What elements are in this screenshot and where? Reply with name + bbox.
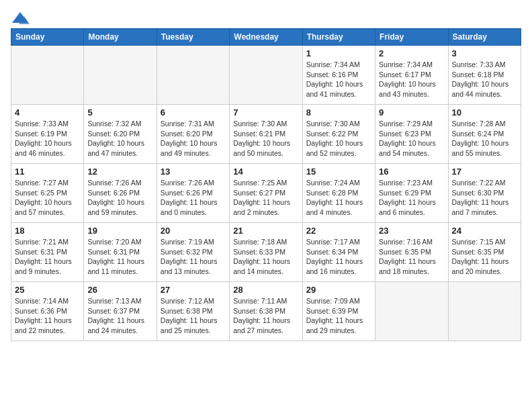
day-number: 24 [452,226,517,236]
day-cell: 11Sunrise: 7:27 AMSunset: 6:25 PMDayligh… [11,164,84,223]
day-cell: 19Sunrise: 7:20 AMSunset: 6:31 PMDayligh… [84,223,157,282]
day-cell: 18Sunrise: 7:21 AMSunset: 6:31 PMDayligh… [11,223,84,282]
day-info: Sunrise: 7:26 AMSunset: 6:26 PMDaylight:… [161,178,226,218]
day-info: Sunrise: 7:24 AMSunset: 6:28 PMDaylight:… [306,178,371,218]
day-cell [375,282,448,341]
day-info: Sunrise: 7:18 AMSunset: 6:33 PMDaylight:… [233,237,298,277]
day-number: 17 [452,167,517,177]
day-cell: 27Sunrise: 7:12 AMSunset: 6:38 PMDayligh… [157,282,229,341]
day-info: Sunrise: 7:22 AMSunset: 6:30 PMDaylight:… [452,178,517,218]
day-info: Sunrise: 7:12 AMSunset: 6:38 PMDaylight:… [161,296,226,336]
day-cell [157,46,229,105]
day-cell: 2Sunrise: 7:34 AMSunset: 6:17 PMDaylight… [375,46,448,105]
day-info: Sunrise: 7:30 AMSunset: 6:22 PMDaylight:… [306,119,371,158]
week-row-1: 1Sunrise: 7:34 AMSunset: 6:16 PMDaylight… [11,46,521,105]
column-header-monday: Monday [84,29,157,46]
day-cell: 5Sunrise: 7:32 AMSunset: 6:20 PMDaylight… [84,105,157,164]
day-info: Sunrise: 7:09 AMSunset: 6:39 PMDaylight:… [306,296,371,336]
day-cell: 25Sunrise: 7:14 AMSunset: 6:36 PMDayligh… [11,282,84,341]
column-header-wednesday: Wednesday [230,29,302,46]
day-cell [11,46,84,105]
day-info: Sunrise: 7:33 AMSunset: 6:19 PMDaylight:… [15,119,80,158]
column-header-saturday: Saturday [448,29,521,46]
day-number: 5 [87,107,152,118]
day-cell: 4Sunrise: 7:33 AMSunset: 6:19 PMDaylight… [11,105,84,164]
column-header-tuesday: Tuesday [157,29,229,46]
week-row-4: 18Sunrise: 7:21 AMSunset: 6:31 PMDayligh… [11,223,521,282]
logo [11,11,32,26]
day-info: Sunrise: 7:25 AMSunset: 6:27 PMDaylight:… [233,178,298,218]
day-cell: 28Sunrise: 7:11 AMSunset: 6:38 PMDayligh… [230,282,302,341]
day-info: Sunrise: 7:20 AMSunset: 6:31 PMDaylight:… [87,237,152,277]
day-info: Sunrise: 7:28 AMSunset: 6:24 PMDaylight:… [452,119,517,158]
day-info: Sunrise: 7:26 AMSunset: 6:26 PMDaylight:… [87,178,152,218]
column-header-friday: Friday [375,29,448,46]
day-info: Sunrise: 7:32 AMSunset: 6:20 PMDaylight:… [87,119,152,158]
day-number: 16 [379,167,444,177]
day-cell: 14Sunrise: 7:25 AMSunset: 6:27 PMDayligh… [230,164,302,223]
day-info: Sunrise: 7:16 AMSunset: 6:35 PMDaylight:… [379,237,444,277]
day-cell [84,46,157,105]
day-cell: 24Sunrise: 7:15 AMSunset: 6:35 PMDayligh… [448,223,521,282]
day-number: 9 [379,107,444,118]
day-cell: 10Sunrise: 7:28 AMSunset: 6:24 PMDayligh… [448,105,521,164]
day-info: Sunrise: 7:33 AMSunset: 6:18 PMDaylight:… [452,60,517,99]
day-cell: 29Sunrise: 7:09 AMSunset: 6:39 PMDayligh… [302,282,375,341]
day-cell: 16Sunrise: 7:23 AMSunset: 6:29 PMDayligh… [375,164,448,223]
day-info: Sunrise: 7:31 AMSunset: 6:20 PMDaylight:… [161,119,226,158]
day-cell: 20Sunrise: 7:19 AMSunset: 6:32 PMDayligh… [157,223,229,282]
day-info: Sunrise: 7:13 AMSunset: 6:37 PMDaylight:… [87,296,152,336]
day-number: 14 [233,167,298,177]
day-number: 25 [15,285,80,295]
day-number: 8 [306,107,371,118]
day-number: 28 [233,285,298,295]
day-info: Sunrise: 7:14 AMSunset: 6:36 PMDaylight:… [15,296,80,336]
day-cell [230,46,302,105]
day-cell: 3Sunrise: 7:33 AMSunset: 6:18 PMDaylight… [448,46,521,105]
day-cell: 1Sunrise: 7:34 AMSunset: 6:16 PMDaylight… [302,46,375,105]
day-cell [448,282,521,341]
day-info: Sunrise: 7:17 AMSunset: 6:34 PMDaylight:… [306,237,371,277]
day-number: 6 [161,107,226,118]
calendar-table: SundayMondayTuesdayWednesdayThursdayFrid… [11,28,521,341]
day-cell: 21Sunrise: 7:18 AMSunset: 6:33 PMDayligh… [230,223,302,282]
day-number: 19 [87,226,152,236]
column-header-sunday: Sunday [11,29,84,46]
day-number: 3 [452,48,517,58]
day-number: 29 [306,285,371,295]
logo-icon [11,11,30,26]
day-number: 23 [379,226,444,236]
day-number: 7 [233,107,298,118]
day-number: 18 [15,226,80,236]
day-number: 27 [161,285,226,295]
day-number: 26 [87,285,152,295]
day-number: 13 [161,167,226,177]
day-number: 11 [15,167,80,177]
day-number: 12 [87,167,152,177]
day-cell: 26Sunrise: 7:13 AMSunset: 6:37 PMDayligh… [84,282,157,341]
day-number: 2 [379,48,444,58]
page-header [11,11,521,26]
day-info: Sunrise: 7:34 AMSunset: 6:16 PMDaylight:… [306,60,371,99]
week-row-2: 4Sunrise: 7:33 AMSunset: 6:19 PMDaylight… [11,105,521,164]
day-info: Sunrise: 7:29 AMSunset: 6:23 PMDaylight:… [379,119,444,158]
day-cell: 8Sunrise: 7:30 AMSunset: 6:22 PMDaylight… [302,105,375,164]
week-row-3: 11Sunrise: 7:27 AMSunset: 6:25 PMDayligh… [11,164,521,223]
day-number: 1 [306,48,371,58]
day-info: Sunrise: 7:27 AMSunset: 6:25 PMDaylight:… [15,178,80,218]
day-info: Sunrise: 7:30 AMSunset: 6:21 PMDaylight:… [233,119,298,158]
day-number: 20 [161,226,226,236]
day-info: Sunrise: 7:19 AMSunset: 6:32 PMDaylight:… [161,237,226,277]
day-cell: 9Sunrise: 7:29 AMSunset: 6:23 PMDaylight… [375,105,448,164]
day-cell: 13Sunrise: 7:26 AMSunset: 6:26 PMDayligh… [157,164,229,223]
column-header-thursday: Thursday [302,29,375,46]
day-number: 15 [306,167,371,177]
day-cell: 7Sunrise: 7:30 AMSunset: 6:21 PMDaylight… [230,105,302,164]
day-info: Sunrise: 7:11 AMSunset: 6:38 PMDaylight:… [233,296,298,336]
day-cell: 23Sunrise: 7:16 AMSunset: 6:35 PMDayligh… [375,223,448,282]
day-cell: 17Sunrise: 7:22 AMSunset: 6:30 PMDayligh… [448,164,521,223]
day-info: Sunrise: 7:15 AMSunset: 6:35 PMDaylight:… [452,237,517,277]
day-number: 10 [452,107,517,118]
day-cell: 15Sunrise: 7:24 AMSunset: 6:28 PMDayligh… [302,164,375,223]
day-number: 22 [306,226,371,236]
